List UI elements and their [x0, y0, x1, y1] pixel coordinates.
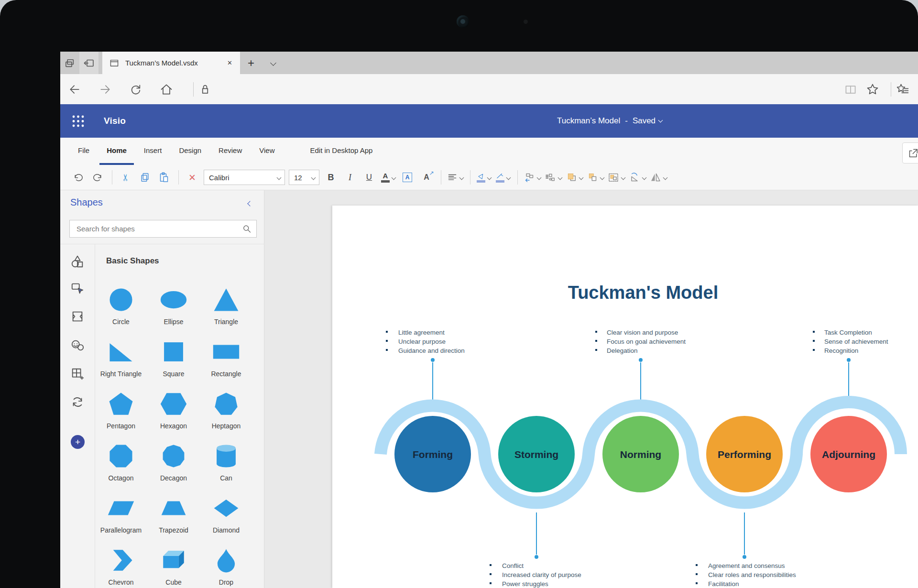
svg-text:Focus on goal achievement: Focus on goal achievement [607, 338, 686, 345]
shape-triangle[interactable]: Triangle [212, 282, 240, 334]
font-name-select[interactable]: Calibri [204, 170, 285, 185]
font-size-select[interactable]: 12 [289, 170, 319, 185]
refresh-icon[interactable] [129, 83, 142, 96]
connection-points-icon[interactable] [545, 169, 562, 186]
browser-tab[interactable]: Tuckman’s Model.vsdx ✕ [102, 52, 240, 74]
grow-font-icon[interactable]: A↗ [419, 169, 434, 186]
tab-list-chevron-icon[interactable] [262, 52, 282, 74]
shape-label: Hexagon [160, 422, 187, 430]
search-icon[interactable] [242, 224, 251, 234]
drawing-page[interactable]: Tuckman's Model [332, 206, 918, 588]
share-button[interactable] [902, 142, 918, 163]
can-shape-icon [212, 442, 240, 470]
back-icon[interactable] [68, 83, 81, 96]
shape-chevron[interactable]: Chevron [107, 543, 135, 588]
paste-icon[interactable] [156, 169, 172, 186]
ribbon-tab-row: File Home Insert Design Review View Edit… [60, 138, 918, 165]
bold-button[interactable]: B [323, 169, 339, 186]
shape-circle[interactable]: Circle [107, 282, 135, 334]
shape-can[interactable]: Can [212, 438, 240, 490]
heptagon-shape-icon [212, 390, 240, 418]
notes-norming[interactable]: Clear vision and purpose Focus on goal a… [595, 329, 686, 354]
redo-icon[interactable] [90, 169, 105, 186]
bring-forward-icon[interactable] [566, 169, 583, 186]
font-color-icon[interactable]: A [381, 169, 396, 186]
shape-hexagon[interactable]: Hexagon [160, 386, 187, 438]
shapes-panel: Shapes [60, 190, 264, 588]
browser-tab-strip: Tuckman’s Model.vsdx ✕ + [60, 52, 918, 74]
shape-heptagon[interactable]: Heptagon [212, 386, 241, 438]
tab-review[interactable]: Review [211, 138, 249, 165]
hub-favorites-icon[interactable] [896, 83, 909, 96]
shape-pentagon[interactable]: Pentagon [107, 386, 135, 438]
reading-view-icon[interactable] [844, 83, 857, 96]
smileys-stencil-icon[interactable] [70, 338, 85, 352]
drawing-canvas[interactable]: Tuckman's Model [264, 190, 918, 588]
text-block-icon[interactable]: A [400, 169, 415, 186]
delete-icon[interactable]: ✕ [185, 169, 200, 186]
shape-cube[interactable]: Cube [160, 543, 187, 588]
search-input[interactable] [76, 224, 242, 233]
rectangle-shape-icon [212, 338, 240, 366]
shape-label: Can [220, 474, 232, 482]
lock-icon[interactable] [198, 83, 212, 96]
notes-adjourning[interactable]: Task Completion Sense of achievement Rec… [813, 329, 888, 354]
save-status: Saved [633, 116, 656, 126]
nav-divider [891, 82, 891, 97]
more-shapes-icon[interactable] [70, 254, 85, 269]
cut-icon[interactable]: ✂ [118, 169, 133, 186]
shape-drop[interactable]: Drop [212, 543, 240, 588]
diagram-title[interactable]: Tuckman's Model [568, 283, 719, 303]
collapse-panel-icon[interactable] [246, 199, 252, 206]
italic-button[interactable]: I [342, 169, 358, 186]
underline-button[interactable]: U [361, 169, 377, 186]
banner-stencil-icon[interactable] [70, 309, 85, 324]
set-tabs-aside-icon[interactable] [79, 52, 98, 74]
tab-preview-toggle-icon[interactable] [60, 52, 79, 74]
undo-icon[interactable] [71, 169, 86, 186]
shape-diamond[interactable]: Diamond [212, 490, 240, 543]
copy-icon[interactable] [137, 169, 153, 186]
tab-design[interactable]: Design [172, 138, 208, 165]
app-launcher-icon[interactable] [72, 115, 85, 128]
shape-grid: CircleEllipseTriangleRight TriangleSquar… [95, 282, 257, 588]
flip-icon[interactable] [650, 169, 667, 186]
shape-square[interactable]: Square [160, 334, 187, 386]
diagram: Tuckman's Model [332, 206, 918, 588]
notes-performing[interactable]: Agreement and consensus Clear roles and … [696, 562, 796, 588]
forward-icon[interactable] [98, 83, 112, 96]
tab-home[interactable]: Home [99, 138, 134, 165]
shape-ellipse[interactable]: Ellipse [160, 282, 187, 334]
shape-trapezoid[interactable]: Trapezoid [159, 490, 188, 543]
cycle-stencil-icon[interactable] [70, 395, 85, 409]
quick-shapes-icon[interactable] [70, 281, 85, 295]
tab-insert[interactable]: Insert [137, 138, 169, 165]
notes-storming[interactable]: Conflict Increased clarity of purpose Po… [490, 562, 581, 588]
document-title-bar[interactable]: Tuckman’s Model - Saved [557, 116, 662, 126]
shape-rectangle[interactable]: Rectangle [211, 334, 241, 386]
table-stencil-icon[interactable] [70, 367, 85, 381]
position-icon[interactable] [524, 169, 541, 186]
font-size-value: 12 [294, 174, 302, 182]
cube-shape-icon [160, 546, 187, 574]
rotate-icon[interactable] [629, 169, 646, 186]
tab-file[interactable]: File [71, 138, 97, 165]
align-icon[interactable] [447, 169, 463, 186]
group-icon[interactable] [608, 169, 625, 186]
shape-octagon[interactable]: Octagon [107, 438, 135, 490]
close-tab-icon[interactable]: ✕ [224, 57, 235, 68]
favorite-star-icon[interactable] [866, 83, 879, 96]
shape-search-box[interactable] [69, 220, 257, 238]
add-stencil-icon[interactable]: + [71, 435, 85, 449]
home-icon[interactable] [160, 83, 173, 96]
line-color-icon[interactable] [495, 169, 511, 186]
shape-decagon[interactable]: Decagon [160, 438, 187, 490]
notes-forming[interactable]: Little agreement Unclear purpose Guidanc… [386, 329, 465, 354]
tab-edit-in-desktop-app[interactable]: Edit in Desktop App [303, 138, 380, 165]
fill-color-icon[interactable] [476, 169, 492, 186]
tab-view[interactable]: View [252, 138, 282, 165]
send-backward-icon[interactable] [587, 169, 604, 186]
new-tab-icon[interactable]: + [240, 52, 262, 74]
shape-parallelogram[interactable]: Parallelogram [100, 490, 142, 543]
shape-right-triangle[interactable]: Right Triangle [100, 334, 142, 386]
